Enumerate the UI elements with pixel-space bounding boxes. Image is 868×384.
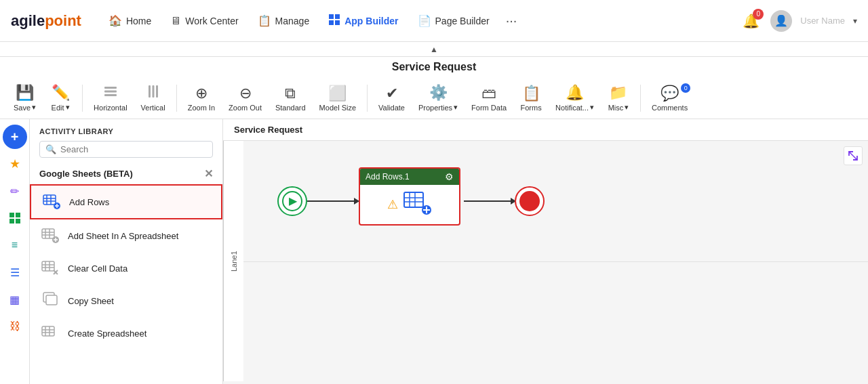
create-spreadsheet-icon: [39, 322, 61, 344]
svg-rect-22: [42, 229, 54, 238]
toolbar-divider-4: [640, 85, 641, 112]
zoom-out-label: Zoom Out: [229, 104, 262, 112]
main-area: + ★ ✏ ≡ ☰ ▦ ⛓ ACTIVITY LIBRARY 🔍: [0, 119, 868, 384]
lane-divider: [243, 261, 868, 262]
svg-rect-13: [16, 219, 20, 223]
nav-pagebuilder[interactable]: 📄 Page Builder: [410, 10, 498, 31]
notification-button[interactable]: 🔔 0: [740, 10, 762, 32]
notifications-arrow-icon: ▾: [590, 103, 594, 112]
more-button[interactable]: ···: [500, 10, 523, 31]
top-navigation: agilepoint 🏠 Home 🖥 Work Center 📋 Manage: [0, 0, 868, 42]
toolbar-divider-3: [367, 85, 368, 112]
zoom-in-button[interactable]: ⊕ Zoom In: [182, 82, 220, 114]
nav-workcenter-label: Work Center: [185, 16, 238, 26]
horizontal-icon: [103, 84, 118, 102]
collapse-chevron-icon[interactable]: ▲: [430, 45, 438, 54]
notifications-button[interactable]: 🔔 Notificat... ▾: [550, 81, 599, 114]
vertical-button[interactable]: Vertical: [136, 81, 171, 114]
properties-button[interactable]: ⚙️ Properties ▾: [413, 81, 463, 114]
indigo-form-icon-button[interactable]: ▦: [3, 287, 27, 312]
library-title: ACTIVITY LIBRARY: [39, 127, 113, 135]
library-wrapper: ACTIVITY LIBRARY 🔍 Google Sheets (BETA) …: [30, 119, 223, 384]
page-title-bar: Service Request: [0, 57, 868, 77]
monitor-icon: 🖥: [170, 15, 181, 27]
misc-arrow-icon: ▾: [625, 103, 629, 112]
canvas-content: Lane1 ▶ Add Rows.1 ⚙: [223, 141, 868, 381]
nav-right: 🔔 0 👤 User Name ▾: [740, 10, 857, 32]
nav-workcenter[interactable]: 🖥 Work Center: [162, 11, 246, 31]
misc-button[interactable]: 📁 Misc ▾: [602, 81, 635, 114]
toolbar: 💾 Save ▾ ✏️ Edit ▾ Horizontal Vertical ⊕…: [0, 77, 868, 119]
edit-button[interactable]: ✏️ Edit ▾: [44, 81, 77, 114]
category-close-button[interactable]: ✕: [204, 167, 213, 180]
nav-appbuilder[interactable]: App Builder: [320, 9, 406, 33]
forms-button[interactable]: 📋 Forms: [515, 82, 547, 114]
task-gear-icon[interactable]: ⚙: [445, 171, 454, 182]
user-avatar[interactable]: 👤: [770, 10, 792, 32]
form-data-button[interactable]: 🗃 Form Data: [466, 82, 512, 114]
appbuilder-icon: [328, 14, 340, 28]
teal-list-icon-button[interactable]: ≡: [3, 233, 27, 257]
search-input[interactable]: [60, 144, 207, 154]
standard-button[interactable]: ⧉ Standard: [270, 82, 311, 114]
svg-rect-6: [104, 94, 117, 96]
comments-button[interactable]: 💬 Comments 0: [646, 82, 693, 114]
svg-rect-44: [404, 192, 423, 207]
svg-rect-0: [329, 14, 334, 19]
validate-icon: ✔: [386, 85, 398, 102]
zoom-out-button[interactable]: ⊖ Zoom Out: [223, 82, 267, 114]
save-button[interactable]: 💾 Save ▾: [8, 81, 41, 114]
sidebar-icons: + ★ ✏ ≡ ☰ ▦ ⛓: [0, 119, 30, 384]
validate-button[interactable]: ✔ Validate: [373, 82, 410, 114]
end-node[interactable]: [515, 186, 545, 216]
svg-rect-4: [104, 87, 117, 89]
start-node[interactable]: ▶: [277, 186, 307, 216]
edit-label: Edit: [52, 104, 64, 112]
library-item-clear-cell[interactable]: Clear Cell Data: [30, 252, 222, 284]
svg-rect-3: [335, 20, 340, 25]
notifications-icon: 🔔: [566, 84, 584, 102]
green-grid-icon-button[interactable]: [3, 206, 27, 230]
play-icon: ▶: [289, 194, 297, 207]
start-inner: ▶: [282, 191, 302, 211]
horizontal-button[interactable]: Horizontal: [88, 81, 133, 114]
nav-home[interactable]: 🏠 Home: [100, 10, 159, 31]
nav-manage[interactable]: 📋 Manage: [250, 10, 318, 31]
misc-icon: 📁: [609, 84, 627, 102]
logo-text: agilepoint: [11, 12, 81, 30]
user-chevron-icon[interactable]: ▾: [853, 16, 857, 26]
library-item-add-rows[interactable]: Add Rows: [30, 184, 222, 219]
expand-canvas-button[interactable]: [844, 146, 863, 165]
library-item-create-spreadsheet-label: Create Spreadsheet: [68, 328, 146, 339]
edit-mode-icon-button[interactable]: ✏: [3, 179, 27, 203]
validate-label: Validate: [378, 104, 405, 112]
model-size-label: Model Size: [319, 104, 356, 112]
favorites-icon-button[interactable]: ★: [3, 152, 27, 176]
category-header: Google Sheets (BETA) ✕: [30, 163, 222, 184]
home-icon: 🏠: [108, 14, 122, 27]
zoom-in-label: Zoom In: [188, 104, 215, 112]
library-item-create-spreadsheet[interactable]: Create Spreadsheet: [30, 317, 222, 349]
library-item-copy-sheet[interactable]: Copy Sheet: [30, 284, 222, 317]
copy-sheet-icon: [39, 290, 61, 312]
svg-rect-12: [9, 219, 14, 223]
library-item-add-sheet[interactable]: Add Sheet In A Spreadsheet: [30, 219, 222, 252]
toolbar-divider-1: [82, 85, 83, 112]
svg-rect-39: [42, 326, 54, 336]
end-inner: [519, 191, 540, 211]
logo: agilepoint: [11, 12, 81, 30]
orange-chain-icon-button[interactable]: ⛓: [3, 314, 27, 339]
model-size-button[interactable]: ⬜ Model Size: [314, 82, 361, 114]
comments-icon: 💬: [660, 85, 679, 102]
lane-label: Lane1: [223, 141, 243, 381]
blue-list-icon-button[interactable]: ☰: [3, 260, 27, 284]
svg-rect-9: [156, 85, 158, 98]
add-icon-button[interactable]: +: [3, 125, 27, 149]
add-sheet-icon: [39, 225, 61, 247]
zoom-in-icon: ⊕: [195, 85, 208, 102]
canvas-title: Service Request: [223, 119, 868, 141]
task-node-add-rows[interactable]: Add Rows.1 ⚙ ⚠: [359, 167, 460, 226]
canvas-area: Service Request Lane1 ▶: [223, 119, 868, 384]
zoom-out-icon: ⊖: [239, 85, 252, 102]
comments-label: Comments: [652, 104, 688, 112]
